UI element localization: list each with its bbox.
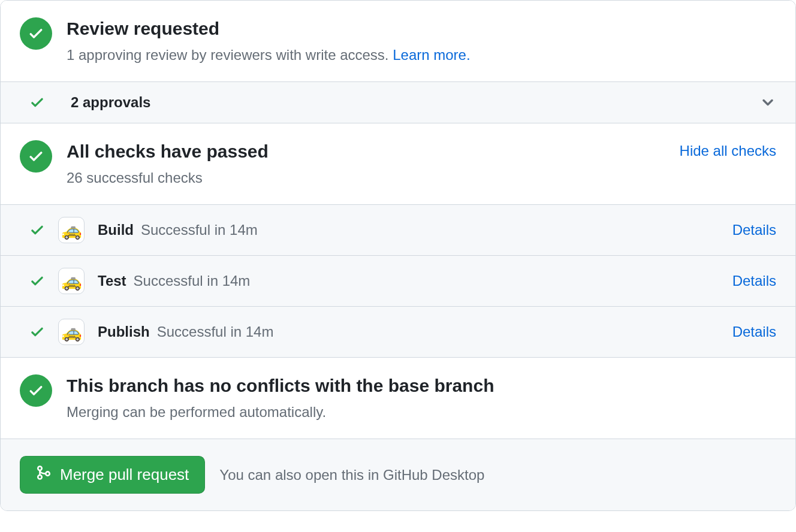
workflow-avatar-icon: 🚕 xyxy=(58,319,85,345)
check-details-link[interactable]: Details xyxy=(732,324,776,340)
check-name: Test xyxy=(98,273,126,289)
merge-section: Merge pull request You can also open thi… xyxy=(1,439,795,510)
checks-section: All checks have passed 26 successful che… xyxy=(1,123,795,204)
conflicts-section: This branch has no conflicts with the ba… xyxy=(1,357,795,439)
check-circle-icon xyxy=(20,374,52,407)
approvals-label: 2 approvals xyxy=(71,94,734,111)
check-row: 🚕 Build Successful in 14m Details xyxy=(1,204,795,255)
checkmark-icon xyxy=(29,273,45,289)
check-row: 🚕 Test Successful in 14m Details xyxy=(1,255,795,306)
check-circle-icon xyxy=(20,17,52,50)
approvals-row[interactable]: 2 approvals xyxy=(1,81,795,123)
check-status: Successful in 14m xyxy=(141,222,258,238)
review-title: Review requested xyxy=(67,17,471,40)
check-details-link[interactable]: Details xyxy=(732,273,776,289)
learn-more-link[interactable]: Learn more. xyxy=(393,47,470,63)
merge-pull-request-button[interactable]: Merge pull request xyxy=(20,456,205,494)
checks-title: All checks have passed xyxy=(67,140,665,163)
svg-point-1 xyxy=(38,475,42,479)
review-subtext: 1 approving review by reviewers with wri… xyxy=(67,45,471,65)
svg-point-2 xyxy=(46,472,50,476)
checkmark-icon xyxy=(29,95,45,110)
check-name: Publish xyxy=(98,324,150,340)
checkmark-icon xyxy=(29,222,45,238)
chevron-down-icon[interactable] xyxy=(759,94,776,111)
workflow-avatar-icon: 🚕 xyxy=(58,217,85,243)
merge-button-label: Merge pull request xyxy=(60,466,189,484)
check-name: Build xyxy=(98,222,134,238)
conflicts-title: This branch has no conflicts with the ba… xyxy=(67,374,494,397)
hide-checks-link[interactable]: Hide all checks xyxy=(680,140,776,159)
checkmark-icon xyxy=(29,324,45,340)
check-details-link[interactable]: Details xyxy=(732,222,776,238)
review-section: Review requested 1 approving review by r… xyxy=(1,1,795,81)
checks-subtext: 26 successful checks xyxy=(67,168,665,188)
merge-hint: You can also open this in GitHub Desktop xyxy=(219,467,484,483)
workflow-avatar-icon: 🚕 xyxy=(58,268,85,294)
check-circle-icon xyxy=(20,140,52,173)
check-row: 🚕 Publish Successful in 14m Details xyxy=(1,306,795,357)
git-merge-icon xyxy=(36,465,52,485)
check-status: Successful in 14m xyxy=(134,273,251,289)
conflicts-subtext: Merging can be performed automatically. xyxy=(67,402,494,422)
svg-point-0 xyxy=(38,467,42,471)
check-status: Successful in 14m xyxy=(157,324,274,340)
